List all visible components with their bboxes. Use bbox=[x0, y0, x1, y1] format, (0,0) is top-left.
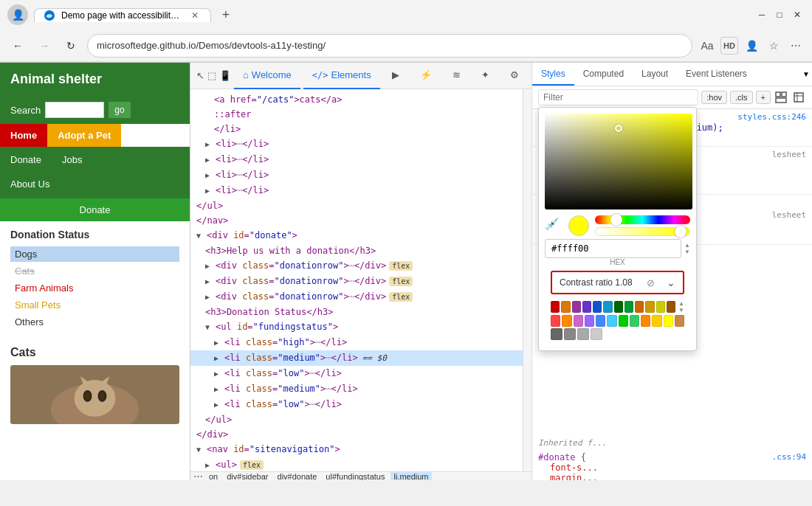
tree-line[interactable]: ▼<nav id="sitenavigation"> bbox=[190, 442, 523, 457]
tab-welcome[interactable]: ⌂ Welcome bbox=[234, 63, 300, 89]
swatch[interactable] bbox=[564, 328, 576, 340]
tree-line[interactable]: <h3>Donation Status</h3> bbox=[190, 305, 523, 319]
breadcrumb-ul-funding[interactable]: ul#fundingstatus bbox=[323, 472, 388, 481]
tab-sources[interactable]: ⚡ bbox=[411, 63, 441, 89]
tree-line[interactable]: ▶<li class="low">⋯</li> bbox=[190, 397, 523, 412]
hex-arrows[interactable]: ▲▼ bbox=[684, 242, 690, 255]
rule-selector[interactable]: #donate { bbox=[538, 452, 586, 462]
tab-performance[interactable]: ✦ bbox=[472, 63, 498, 89]
tree-line[interactable]: ▶<li class="medium">⋯</li> bbox=[190, 381, 523, 397]
pseudo-hov-btn[interactable]: :hov bbox=[701, 91, 727, 104]
tab-console[interactable]: ▶ bbox=[383, 63, 408, 89]
styles-more-btn[interactable]: ▼ bbox=[800, 69, 812, 80]
contrast-ratio-box[interactable]: Contrast ratio 1.08 ⊘ ⌄ bbox=[551, 271, 684, 294]
browser-sync-btn[interactable]: 👤 bbox=[743, 37, 760, 55]
swatch[interactable] bbox=[625, 301, 633, 313]
swatch[interactable] bbox=[582, 301, 591, 313]
new-tab-btn[interactable]: + bbox=[214, 3, 238, 27]
computed-icon-btn[interactable] bbox=[791, 90, 806, 105]
swatch[interactable] bbox=[585, 315, 594, 327]
tree-line[interactable]: </li> bbox=[190, 122, 523, 136]
nav-about-link[interactable]: About Us bbox=[0, 174, 190, 194]
breadcrumb-div-sidebar[interactable]: div#sidebar bbox=[224, 472, 271, 481]
swatch[interactable] bbox=[572, 301, 581, 313]
elements-scrollbar[interactable] bbox=[523, 89, 531, 471]
pseudo-cls-btn[interactable]: .cls bbox=[730, 91, 753, 104]
tree-line[interactable]: ▶<li>⋯</li> bbox=[190, 167, 523, 183]
tree-line[interactable]: </ul> bbox=[190, 198, 523, 213]
tree-line[interactable]: ▼<div id="donate"> bbox=[190, 228, 523, 243]
breadcrumb-li-medium[interactable]: li.medium bbox=[390, 472, 431, 481]
breadcrumb-div-donate[interactable]: div#donate bbox=[275, 472, 320, 481]
tree-line[interactable]: ▶<div class="donationrow">⋯</div>flex bbox=[190, 258, 523, 274]
swatch[interactable] bbox=[551, 328, 562, 340]
nav-adopt-link[interactable]: Adopt a Pet bbox=[47, 124, 121, 147]
swatch[interactable] bbox=[664, 315, 673, 327]
close-btn[interactable]: ✕ bbox=[790, 7, 805, 22]
color-spectrum[interactable] bbox=[545, 114, 692, 209]
browser-tab-active[interactable]: Demo page with accessibility issu ✕ bbox=[34, 8, 211, 22]
address-bar[interactable]: microsoftedge.github.io/Demos/devtools-a… bbox=[87, 34, 692, 58]
inspect-tool-btn[interactable]: ⬚ bbox=[207, 67, 216, 85]
tree-line[interactable]: ▶<ul>flex bbox=[190, 457, 523, 471]
add-style-btn[interactable]: + bbox=[756, 91, 771, 104]
tree-line[interactable]: ▶<li>⋯</li> bbox=[190, 136, 523, 152]
tree-line[interactable]: ▶<li class="high">⋯</li> bbox=[190, 335, 523, 350]
swatch[interactable] bbox=[614, 301, 623, 313]
swatch[interactable] bbox=[619, 315, 628, 327]
tab-event-listeners[interactable]: Event Listeners bbox=[677, 63, 756, 86]
search-input[interactable] bbox=[45, 102, 104, 118]
tab-styles[interactable]: Styles bbox=[532, 63, 574, 86]
swatch[interactable] bbox=[593, 301, 602, 313]
tab-computed[interactable]: Computed bbox=[574, 63, 633, 86]
breadcrumb-on[interactable]: on bbox=[206, 472, 221, 481]
tree-line[interactable]: <h3>Help us with a donation</h3> bbox=[190, 243, 523, 258]
tree-line[interactable]: </ul> bbox=[190, 412, 523, 427]
nav-home-link[interactable]: Home bbox=[0, 124, 47, 147]
go-button[interactable]: go bbox=[109, 102, 130, 118]
cursor-tool-btn[interactable]: ↖ bbox=[196, 67, 204, 85]
tab-network[interactable]: ≋ bbox=[444, 63, 469, 89]
tab-elements[interactable]: </> Elements bbox=[303, 63, 380, 89]
swatch[interactable] bbox=[641, 315, 650, 327]
swatch[interactable] bbox=[630, 315, 639, 327]
elements-tree[interactable]: <a href="/cats">cats</a> ::after </li> ▶… bbox=[190, 89, 523, 471]
reader-mode-btn[interactable]: Aa bbox=[698, 37, 716, 55]
more-btn[interactable]: ⋯ bbox=[787, 37, 805, 55]
tree-line[interactable]: ::after bbox=[190, 107, 523, 122]
swatch[interactable] bbox=[596, 315, 605, 327]
layout-icon-btn[interactable] bbox=[774, 90, 788, 105]
rule-source[interactable]: .css:94 bbox=[772, 452, 806, 462]
swatch-arrows[interactable]: ▲▼ bbox=[678, 300, 684, 313]
swatch[interactable] bbox=[561, 301, 570, 313]
hd-btn[interactable]: HD bbox=[720, 37, 738, 55]
contrast-chevron[interactable]: ⌄ bbox=[667, 277, 675, 288]
nav-jobs-link[interactable]: Jobs bbox=[52, 150, 92, 170]
favorites-btn[interactable]: ☆ bbox=[765, 37, 782, 55]
tab-layout[interactable]: Layout bbox=[633, 63, 677, 86]
swatch[interactable] bbox=[562, 315, 571, 327]
swatch[interactable] bbox=[551, 301, 560, 313]
swatch[interactable] bbox=[652, 315, 661, 327]
donate-button[interactable]: Donate bbox=[0, 198, 190, 221]
styles-filter-input[interactable] bbox=[538, 89, 698, 105]
swatch[interactable] bbox=[635, 301, 644, 313]
swatch[interactable] bbox=[667, 301, 675, 313]
tree-line[interactable]: </nav> bbox=[190, 213, 523, 228]
breadcrumb-scroll-btn[interactable]: ⋯ bbox=[193, 471, 203, 480]
alpha-slider[interactable] bbox=[595, 227, 690, 236]
swatch[interactable] bbox=[591, 328, 602, 340]
tree-line[interactable]: ▶<li>⋯</li> bbox=[190, 152, 523, 167]
minimize-btn[interactable]: ─ bbox=[754, 7, 769, 22]
swatch[interactable] bbox=[551, 315, 560, 327]
tree-line[interactable]: </div> bbox=[190, 427, 523, 442]
back-btn[interactable]: ← bbox=[7, 35, 28, 56]
tree-line[interactable]: ▶<li class="low">⋯</li> bbox=[190, 366, 523, 381]
swatch[interactable] bbox=[574, 315, 583, 327]
maximize-btn[interactable]: □ bbox=[772, 7, 787, 22]
swatch[interactable] bbox=[675, 315, 684, 327]
tree-line[interactable]: ▶<div class="donationrow">⋯</div>flex bbox=[190, 289, 523, 305]
swatch[interactable] bbox=[607, 315, 616, 327]
rule-source[interactable]: lesheet bbox=[772, 150, 806, 159]
swatch[interactable] bbox=[645, 301, 654, 313]
